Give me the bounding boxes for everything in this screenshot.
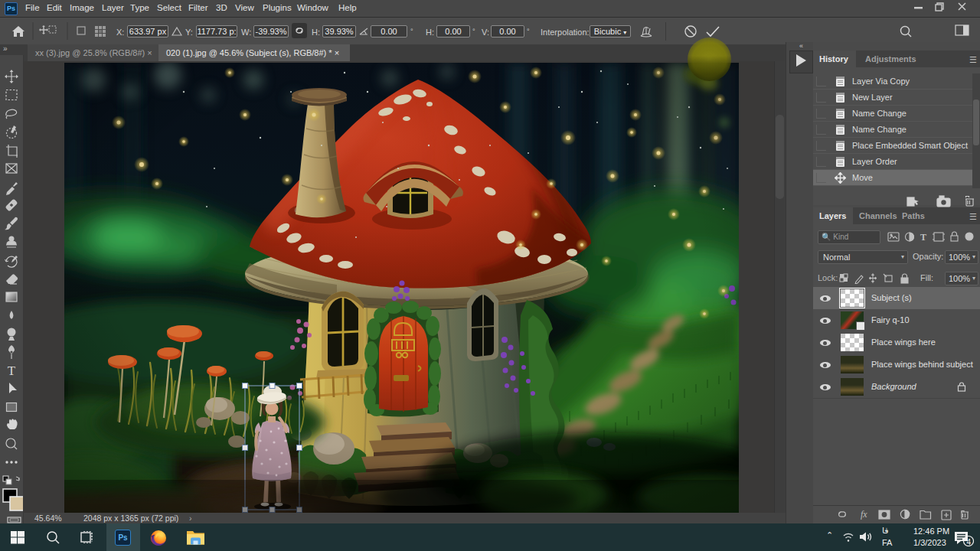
svg-text:T: T <box>920 232 926 243</box>
svg-text:fx: fx <box>861 509 867 520</box>
svg-text:T: T <box>8 364 16 378</box>
svg-text:4: 4 <box>967 538 972 546</box>
